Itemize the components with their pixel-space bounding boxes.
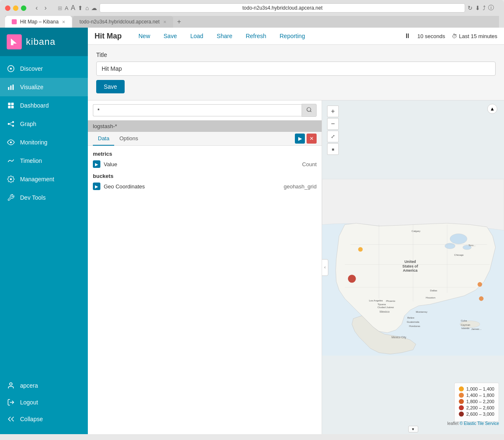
search-bar xyxy=(88,100,322,121)
active-tab[interactable]: Hit Map – Kibana ✕ xyxy=(5,16,72,28)
time-range-label: Last 15 minutes xyxy=(459,33,497,39)
svg-text:Islands: Islands xyxy=(461,327,469,329)
browser-back-button[interactable]: ‹ xyxy=(33,3,40,13)
index-pattern-label: logstash-* xyxy=(93,123,117,129)
sidebar-item-timelion[interactable]: Timelion xyxy=(0,152,88,170)
sidebar-item-collapse[interactable]: Collapse xyxy=(0,411,88,427)
sidebar-item-discover[interactable]: Discover xyxy=(0,59,88,78)
traffic-light-maximize[interactable] xyxy=(21,5,26,11)
share-button[interactable]: Share xyxy=(213,31,235,41)
svg-text:America: America xyxy=(403,268,417,273)
legend-item-1: 1,000 – 1,400 xyxy=(459,386,494,391)
legend-label-4: 2,200 – 2,600 xyxy=(466,405,494,410)
bucket-geocoords-item: ▶ Geo Coordinates geohash_grid xyxy=(93,183,317,190)
metric-expand-icon[interactable]: ▶ xyxy=(93,160,100,168)
sidebar-item-discover-label: Discover xyxy=(20,65,43,72)
svg-point-15 xyxy=(10,383,12,385)
time-range[interactable]: ⏱ Last 15 minutes xyxy=(452,33,497,39)
svg-point-52 xyxy=(358,247,363,252)
map-attribution: leaflet © Elastic Tile Service xyxy=(447,421,499,426)
elastic-tile-link[interactable]: © Elastic Tile Service xyxy=(460,421,499,426)
active-tab-label: Hit Map – Kibana xyxy=(20,19,59,25)
reader-view-icon: ⊞ xyxy=(58,5,62,11)
refresh-icon[interactable]: ↻ xyxy=(468,5,473,11)
run-button[interactable]: ▶ xyxy=(295,134,305,144)
address-bar[interactable]: todo-n2u3s4.hybridcloud.apcera.net xyxy=(100,3,465,13)
user-icon xyxy=(7,381,15,390)
eye-icon xyxy=(7,138,15,147)
svg-text:Toro...: Toro... xyxy=(468,244,476,247)
font-large-icon: A xyxy=(71,4,75,12)
panel-collapse-button[interactable]: ‹ xyxy=(322,259,328,276)
svg-rect-2 xyxy=(8,87,9,90)
inactive-tab-close-icon[interactable]: ✕ xyxy=(163,20,166,24)
new-button[interactable]: New xyxy=(135,31,154,41)
sidebar-item-user[interactable]: apcera xyxy=(0,377,88,394)
buckets-label: buckets xyxy=(93,173,317,179)
svg-point-55 xyxy=(479,296,484,301)
sidebar-nav: Discover Visualize Dashboard Graph xyxy=(0,56,88,377)
svg-text:Phoenix: Phoenix xyxy=(386,299,395,302)
svg-text:Houston: Houston xyxy=(426,296,435,299)
download-icon: ⬇ xyxy=(475,5,480,11)
refresh-button[interactable]: Refresh xyxy=(242,31,269,41)
svg-rect-6 xyxy=(11,103,14,105)
svg-text:Cuba: Cuba xyxy=(461,319,467,322)
save-dialog: Title Save xyxy=(88,45,504,100)
svg-point-11 xyxy=(12,125,14,127)
zoom-out-button[interactable]: − xyxy=(327,118,339,130)
load-button[interactable]: Load xyxy=(187,31,207,41)
inactive-tab[interactable]: todo-n2u3s4.hybridcloud.apcera.net ✕ xyxy=(73,16,173,28)
sidebar-item-visualize[interactable]: Visualize xyxy=(0,78,88,96)
new-tab-button[interactable]: + xyxy=(174,16,184,28)
sidebar-item-monitoring[interactable]: Monitoring xyxy=(0,133,88,152)
pause-button[interactable]: ⏸ xyxy=(404,32,411,40)
sidebar-item-dashboard-label: Dashboard xyxy=(20,102,49,109)
zoom-in-button[interactable]: + xyxy=(327,105,339,117)
svg-text:Chicago: Chicago xyxy=(454,253,464,256)
map-legend: 1,000 – 1,400 1,400 – 1,800 1,800 – 2,20… xyxy=(454,383,499,422)
map-area: ‹ + − ⤢ ■ ▲ xyxy=(322,100,504,434)
traffic-light-close[interactable] xyxy=(5,5,10,11)
svg-point-9 xyxy=(8,123,10,125)
sidebar-bottom: apcera Logout Collapse xyxy=(0,377,88,434)
tab-close-icon[interactable]: ✕ xyxy=(62,20,65,24)
sidebar-item-devtools[interactable]: Dev Tools xyxy=(0,188,88,207)
browser-forward-button[interactable]: › xyxy=(42,3,49,13)
sidebar-item-logout[interactable]: Logout xyxy=(0,394,88,411)
upload-icon: ⬆ xyxy=(78,5,83,11)
panel-content: metrics ▶ Value Count buckets ▶ Geo Coor… xyxy=(88,146,322,434)
save-button[interactable]: Save xyxy=(160,31,180,41)
content-area: Title Save l xyxy=(88,45,504,434)
reporting-button[interactable]: Reporting xyxy=(276,31,308,41)
search-button[interactable] xyxy=(302,104,317,117)
stop-button[interactable]: ■ xyxy=(327,143,339,155)
bucket-expand-icon[interactable]: ▶ xyxy=(93,183,100,190)
bar-chart-icon xyxy=(7,83,15,91)
main-content: Hit Map New Save Load Share Refresh Repo… xyxy=(88,28,504,434)
sidebar-item-management[interactable]: Management xyxy=(0,170,88,188)
scroll-down-button[interactable]: ▼ xyxy=(408,426,418,432)
sidebar-item-graph[interactable]: Graph xyxy=(0,115,88,133)
cancel-button[interactable]: ✕ xyxy=(307,134,317,144)
sidebar-item-visualize-label: Visualize xyxy=(20,84,43,90)
sidebar-item-user-label: apcera xyxy=(20,382,38,389)
buckets-section: buckets ▶ Geo Coordinates geohash_grid xyxy=(93,173,317,190)
toolbar-title: Hit Map xyxy=(95,32,122,41)
legend-label-1: 1,000 – 1,400 xyxy=(466,386,494,391)
tab-data[interactable]: Data xyxy=(93,132,114,146)
svg-text:Tijuana: Tijuana xyxy=(378,303,386,306)
svg-rect-3 xyxy=(10,85,12,90)
search-input[interactable] xyxy=(93,104,302,116)
traffic-light-minimize[interactable] xyxy=(13,5,18,11)
scroll-up-button[interactable]: ▲ xyxy=(487,104,497,114)
svg-text:Mexico City: Mexico City xyxy=(391,336,407,339)
tab-options[interactable]: Options xyxy=(114,132,143,146)
sidebar-item-devtools-label: Dev Tools xyxy=(20,194,46,201)
save-dialog-button[interactable]: Save xyxy=(96,80,125,93)
sidebar-item-dashboard[interactable]: Dashboard xyxy=(0,96,88,115)
title-input[interactable] xyxy=(96,62,496,76)
timelion-icon xyxy=(7,157,15,165)
inactive-tab-label: todo-n2u3s4.hybridcloud.apcera.net xyxy=(79,19,159,25)
fit-bounds-button[interactable]: ⤢ xyxy=(327,131,339,142)
